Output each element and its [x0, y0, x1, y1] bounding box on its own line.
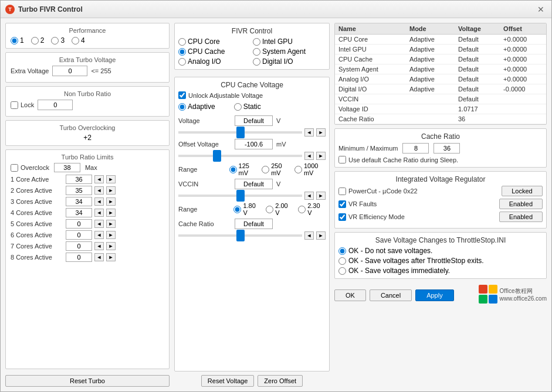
fivr-cpu-cache[interactable]: CPU Cache: [178, 47, 251, 56]
fivr-intel-gpu[interactable]: Intel GPU: [253, 38, 326, 46]
fivr-digital-io[interactable]: Digital I/O: [253, 57, 326, 66]
core-input-1[interactable]: [66, 186, 92, 195]
range-1000[interactable]: 1000 mV: [294, 162, 326, 176]
vr-efficiency-label-row[interactable]: VR Efficiency Mode: [338, 213, 405, 221]
lock-checkbox-row[interactable]: Lock: [11, 101, 34, 109]
static-radio[interactable]: Static: [234, 103, 261, 111]
core-decrement-1[interactable]: ◄: [94, 186, 104, 195]
vr-efficiency-checkbox[interactable]: [338, 213, 346, 221]
fivr-system-agent[interactable]: System Agent: [253, 47, 326, 56]
vccin-range-180[interactable]: 1.80 V: [233, 202, 261, 216]
core-increment-1[interactable]: ►: [106, 186, 116, 195]
unlock-adjustable-checkbox[interactable]: [178, 91, 186, 99]
core-increment-4[interactable]: ►: [106, 220, 116, 228]
voltage-slider-left[interactable]: ◄: [304, 128, 314, 137]
vccin-range-200[interactable]: 2.00 V: [266, 202, 293, 216]
extra-voltage-input[interactable]: [52, 66, 87, 76]
vr-efficiency-status-button[interactable]: Enabled: [499, 212, 543, 222]
vccin-label: VCCIN: [178, 180, 231, 188]
voltage-input[interactable]: [235, 115, 273, 126]
overclock-input[interactable]: [54, 163, 80, 172]
powercut-row: PowerCut - µCode 0x22 Locked: [338, 186, 543, 196]
vccin-range-230[interactable]: 2.30 V: [298, 202, 326, 216]
adaptive-radio[interactable]: Adaptive: [178, 103, 215, 111]
voltage-slider[interactable]: [178, 131, 302, 134]
table-row: CPU CoreAdaptiveDefault+0.0000: [335, 35, 546, 45]
vr-faults-label-row[interactable]: VR Faults: [338, 200, 377, 208]
perf-option-3[interactable]: 3: [51, 36, 65, 45]
default-cache-row[interactable]: Use default Cache Ratio during Sleep.: [338, 156, 543, 163]
core-increment-3[interactable]: ►: [106, 209, 116, 217]
performance-section: Performance 1 2 3 4: [5, 23, 170, 49]
cache-ratio-input[interactable]: [235, 219, 273, 229]
core-input-2[interactable]: [66, 197, 92, 206]
reset-turbo-button[interactable]: Reset Turbo: [5, 375, 170, 387]
vr-faults-status-button[interactable]: Enabled: [499, 199, 543, 209]
powercut-checkbox[interactable]: [338, 188, 346, 195]
overclock-checkbox-row[interactable]: Overclock: [11, 164, 49, 172]
fivr-cpu-core[interactable]: CPU Core: [178, 38, 251, 46]
core-decrement-6[interactable]: ◄: [94, 242, 104, 250]
core-increment-2[interactable]: ►: [106, 197, 116, 206]
core-increment-6[interactable]: ►: [106, 242, 116, 250]
vccin-input[interactable]: [235, 179, 273, 189]
offset-slider-right[interactable]: ►: [316, 152, 326, 160]
save-option-1[interactable]: OK - Save voltages after ThrottleStop ex…: [338, 257, 543, 265]
core-decrement-5[interactable]: ◄: [94, 231, 104, 239]
core-input-4[interactable]: [66, 219, 92, 229]
core-decrement-0[interactable]: ◄: [94, 175, 104, 183]
non-turbo-input[interactable]: [38, 100, 73, 110]
core-input-3[interactable]: [66, 208, 92, 217]
reset-voltage-button[interactable]: Reset Voltage: [201, 375, 255, 387]
offset-slider-left[interactable]: ◄: [304, 152, 314, 160]
ok-button[interactable]: OK: [334, 289, 366, 301]
core-increment-7[interactable]: ►: [106, 253, 116, 261]
core-label-2: 3 Cores Active: [11, 198, 63, 205]
perf-option-4[interactable]: 4: [72, 36, 85, 45]
core-input-0[interactable]: [66, 175, 92, 184]
cache-ratio-slider-left[interactable]: ◄: [304, 231, 314, 240]
core-input-6[interactable]: [66, 241, 92, 251]
cache-ratio-slider[interactable]: [178, 234, 302, 237]
apply-button[interactable]: Apply: [415, 289, 454, 301]
cell-voltage-6: Default: [455, 94, 500, 104]
close-button[interactable]: ✕: [535, 4, 547, 15]
perf-option-2[interactable]: 2: [31, 36, 45, 45]
min-input[interactable]: [402, 143, 429, 154]
range-row: Range 125 mV 250 mV 1000 mV: [178, 162, 326, 176]
save-option-2[interactable]: OK - Save voltages immediately.: [338, 267, 543, 275]
zero-offset-button[interactable]: Zero Offset: [258, 375, 303, 387]
core-increment-0[interactable]: ►: [106, 175, 116, 183]
core-decrement-3[interactable]: ◄: [94, 209, 104, 217]
vccin-slider-left[interactable]: ◄: [304, 192, 314, 200]
cache-ratio-slider-right[interactable]: ►: [316, 231, 326, 240]
titlebar: T Turbo FIVR Control ✕: [1, 1, 551, 18]
default-cache-checkbox[interactable]: [338, 156, 346, 163]
non-turbo-ratio-title: Non Turbo Ratio: [11, 90, 164, 97]
core-input-7[interactable]: [66, 253, 92, 262]
core-decrement-4[interactable]: ◄: [94, 220, 104, 228]
powercut-status-button[interactable]: Locked: [502, 186, 543, 196]
powercut-label-row[interactable]: PowerCut - µCode 0x22: [338, 188, 418, 195]
cell-name-3: System Agent: [335, 64, 406, 74]
offset-voltage-input[interactable]: [235, 139, 273, 149]
max-input[interactable]: [434, 143, 460, 154]
lock-checkbox[interactable]: [11, 101, 18, 109]
overclock-checkbox[interactable]: [11, 164, 18, 172]
core-increment-5[interactable]: ►: [106, 231, 116, 239]
table-row: 5 Cores Active ◄ ►: [11, 219, 164, 229]
fivr-analog-io[interactable]: Analog I/O: [178, 57, 251, 66]
save-option-0[interactable]: OK - Do not save voltages.: [338, 247, 543, 255]
cancel-button[interactable]: Cancel: [370, 289, 412, 301]
core-decrement-7[interactable]: ◄: [94, 253, 104, 261]
voltage-slider-right[interactable]: ►: [316, 128, 326, 137]
vr-faults-checkbox[interactable]: [338, 200, 346, 208]
perf-option-1[interactable]: 1: [11, 36, 24, 45]
offset-slider[interactable]: [178, 155, 302, 157]
vccin-slider-right[interactable]: ►: [316, 192, 326, 200]
core-decrement-2[interactable]: ◄: [94, 197, 104, 206]
range-250[interactable]: 250 mV: [262, 162, 290, 176]
range-125[interactable]: 125 mV: [229, 162, 258, 176]
unlock-adjustable-row[interactable]: Unlock Adjustable Voltage: [178, 91, 326, 99]
core-input-5[interactable]: [66, 230, 92, 240]
